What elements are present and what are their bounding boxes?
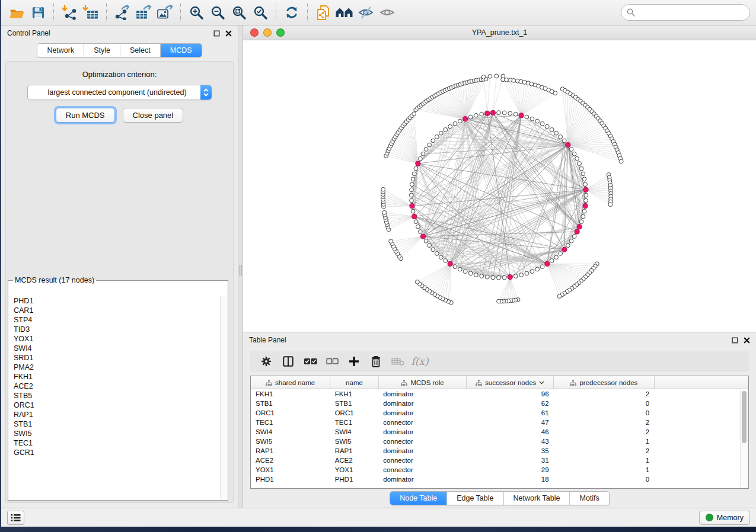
network-node[interactable] xyxy=(458,119,462,123)
network-node[interactable] xyxy=(491,275,495,280)
network-node[interactable] xyxy=(485,275,489,279)
network-canvas[interactable] xyxy=(243,40,756,332)
save-session-button[interactable] xyxy=(27,2,49,23)
network-node[interactable] xyxy=(579,166,583,171)
network-node[interactable] xyxy=(513,112,518,116)
network-node[interactable] xyxy=(414,220,418,224)
table-row[interactable]: ACE2ACE2connector311 xyxy=(251,456,748,465)
mcds-hub-node[interactable] xyxy=(416,161,420,166)
network-node[interactable] xyxy=(572,235,576,239)
mcds-result-item[interactable]: FKH1 xyxy=(14,372,221,382)
memory-button[interactable]: Memory xyxy=(699,511,750,525)
close-panel-icon[interactable] xyxy=(225,30,232,37)
tab-edge-table[interactable]: Edge Table xyxy=(446,492,503,505)
network-node[interactable] xyxy=(497,299,501,303)
network-node[interactable] xyxy=(448,124,452,129)
network-node[interactable] xyxy=(608,203,613,207)
float-panel-icon[interactable] xyxy=(213,30,220,37)
mcds-hub-node[interactable] xyxy=(463,117,468,121)
network-node[interactable] xyxy=(497,111,501,115)
network-node[interactable] xyxy=(582,209,586,213)
network-node[interactable] xyxy=(480,274,484,278)
network-node[interactable] xyxy=(530,117,534,121)
network-node[interactable] xyxy=(554,255,559,259)
mcds-result-item[interactable]: PHD1 xyxy=(14,296,221,306)
network-node[interactable] xyxy=(557,294,562,299)
network-node[interactable] xyxy=(463,270,467,274)
network-node[interactable] xyxy=(428,243,432,248)
network-node[interactable] xyxy=(569,148,573,152)
table-row[interactable]: SWI5SWI5connector431 xyxy=(251,437,748,446)
network-node[interactable] xyxy=(481,75,486,79)
network-node[interactable] xyxy=(559,252,563,256)
network-node[interactable] xyxy=(545,124,549,129)
zoom-out-button[interactable] xyxy=(207,2,228,23)
network-node[interactable] xyxy=(550,127,554,132)
mcds-result-item[interactable]: TEC1 xyxy=(14,438,221,448)
network-node[interactable] xyxy=(424,148,428,152)
network-node[interactable] xyxy=(411,209,415,213)
network-node[interactable] xyxy=(421,152,425,156)
mcds-hub-node[interactable] xyxy=(508,275,512,280)
network-node[interactable] xyxy=(540,121,544,126)
network-node[interactable] xyxy=(409,193,413,197)
network-node[interactable] xyxy=(513,274,518,278)
run-mcds-button[interactable]: Run MCDS xyxy=(56,108,115,123)
network-node[interactable] xyxy=(566,243,570,248)
zoom-fit-button[interactable] xyxy=(228,2,250,23)
network-node[interactable] xyxy=(578,162,582,166)
table-row[interactable]: FKH1FKH1dominator962 xyxy=(251,389,748,399)
close-panel-icon[interactable] xyxy=(744,337,750,344)
float-panel-icon[interactable] xyxy=(732,337,738,344)
network-node[interactable] xyxy=(582,177,586,181)
network-node[interactable] xyxy=(553,91,557,95)
network-node[interactable] xyxy=(412,112,416,116)
network-node[interactable] xyxy=(410,198,414,203)
mcds-hub-node[interactable] xyxy=(577,225,582,229)
mcds-result-item[interactable]: ORC1 xyxy=(14,400,221,410)
network-node[interactable] xyxy=(535,119,540,123)
network-node[interactable] xyxy=(474,273,478,277)
network-node[interactable] xyxy=(562,139,566,143)
network-node[interactable] xyxy=(410,182,414,187)
mcds-result-item[interactable]: SRD1 xyxy=(14,353,221,363)
network-node[interactable] xyxy=(418,230,422,234)
network-node[interactable] xyxy=(431,139,435,143)
network-titlebar[interactable]: YPA_prune.txt_1 xyxy=(243,25,756,40)
import-table-button[interactable] xyxy=(80,2,101,23)
network-node[interactable] xyxy=(412,172,416,176)
window-minimize-light[interactable] xyxy=(263,28,272,37)
network-node[interactable] xyxy=(488,74,492,78)
mcds-hub-node[interactable] xyxy=(490,110,495,115)
network-node[interactable] xyxy=(418,156,422,161)
column-header-name[interactable]: name xyxy=(330,376,379,389)
network-node[interactable] xyxy=(497,275,501,280)
network-node[interactable] xyxy=(453,121,457,126)
network-node[interactable] xyxy=(468,271,473,275)
tab-style[interactable]: Style xyxy=(84,44,120,57)
network-node[interactable] xyxy=(540,265,544,269)
network-node[interactable] xyxy=(502,275,506,280)
network-node[interactable] xyxy=(581,172,585,176)
delete-columns-button[interactable] xyxy=(367,352,385,370)
network-node[interactable] xyxy=(382,210,387,214)
mcds-result-item[interactable]: STB5 xyxy=(14,391,221,400)
table-scrollbar-thumb[interactable] xyxy=(742,391,747,443)
network-node[interactable] xyxy=(474,113,478,117)
network-node[interactable] xyxy=(415,280,419,284)
select-all-button[interactable] xyxy=(301,352,319,370)
mcds-hub-node[interactable] xyxy=(485,111,490,116)
mcds-hub-node[interactable] xyxy=(519,113,524,118)
network-node[interactable] xyxy=(502,111,506,115)
network-node[interactable] xyxy=(458,267,462,271)
network-node[interactable] xyxy=(453,265,457,269)
deselect-all-button[interactable] xyxy=(323,352,341,370)
tab-network[interactable]: Network xyxy=(37,44,84,57)
network-node[interactable] xyxy=(468,115,473,119)
mcds-result-item[interactable]: GCR1 xyxy=(14,448,221,457)
task-history-button[interactable] xyxy=(7,511,24,525)
column-header-shared-name[interactable]: shared name xyxy=(251,376,330,389)
homes-button[interactable] xyxy=(334,2,355,23)
network-node[interactable] xyxy=(525,271,529,275)
network-node[interactable] xyxy=(508,111,512,116)
